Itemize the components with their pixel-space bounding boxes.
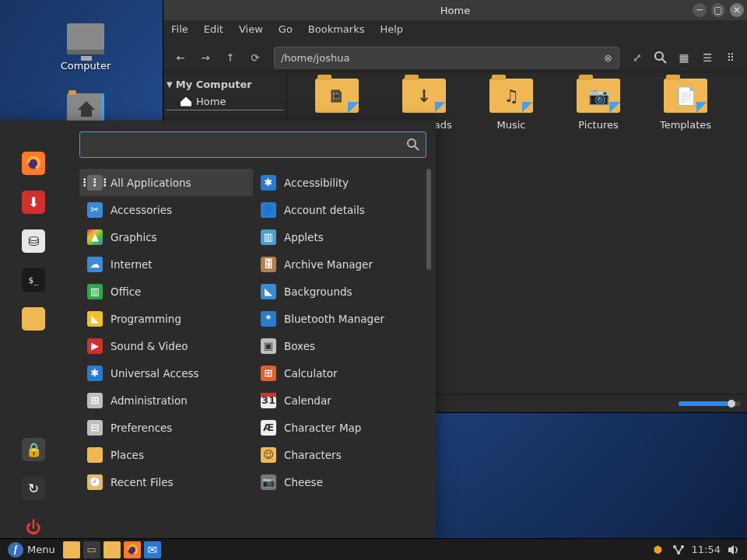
menu-file[interactable]: File (171, 23, 188, 40)
category-universal-access[interactable]: ✱Universal Access (79, 359, 253, 387)
system-tray: ⬢ 11:54 (648, 543, 744, 557)
home-folder-icon (67, 93, 104, 124)
app-icon: Æ (261, 420, 276, 436)
app-label: Calculator (284, 367, 338, 380)
app-icon: ⊞ (261, 366, 276, 381)
app-label: Backgrounds (284, 285, 352, 298)
menu-go[interactable]: Go (279, 23, 293, 40)
folder-icon: ↓ (402, 79, 446, 113)
folder-pictures[interactable]: 📷Pictures (555, 79, 642, 155)
app-characters[interactable]: ☺Characters (253, 441, 426, 468)
home-icon (181, 97, 191, 107)
category-icon: ▶ (87, 338, 103, 354)
app-backgrounds[interactable]: ◣Backgrounds (253, 278, 426, 305)
fav-transmission[interactable]: ⬇ (22, 191, 45, 214)
fav-disks[interactable]: ⛁ (22, 229, 45, 253)
app-archive-manager[interactable]: 🗄Archive Manager (253, 250, 426, 278)
category-label: Universal Access (110, 367, 199, 380)
nav-back-button[interactable]: ← (170, 47, 191, 68)
category-label: Accessories (110, 204, 172, 216)
app-applets[interactable]: ▥Applets (253, 223, 426, 250)
category-accessories[interactable]: ✂Accessories (79, 196, 253, 223)
search-button[interactable] (651, 47, 671, 68)
panel-task-firefox[interactable] (124, 541, 141, 558)
category-icon: ▥ (87, 284, 103, 299)
path-clear-icon[interactable]: ⊗ (604, 52, 612, 64)
fav-firefox[interactable] (22, 152, 45, 175)
category-places[interactable]: Places (79, 441, 253, 468)
fav-power[interactable]: ⏻ (22, 516, 45, 539)
menu-view[interactable]: View (239, 23, 263, 40)
app-calculator[interactable]: ⊞Calculator (253, 359, 426, 387)
start-menu-scrollbar[interactable] (426, 169, 431, 270)
category-internet[interactable]: ☁Internet (79, 250, 253, 278)
minimize-button[interactable]: ─ (693, 3, 707, 17)
icon-view-button[interactable]: ▦ (674, 47, 694, 68)
menu-bookmarks[interactable]: Bookmarks (308, 23, 365, 40)
fav-lock[interactable]: 🔒 (22, 438, 45, 461)
folder-label: Pictures (578, 119, 618, 131)
window-title: Home (440, 5, 470, 16)
app-boxes[interactable]: ▣Boxes (253, 332, 426, 359)
sidebar-item-home[interactable]: Home (167, 93, 283, 110)
folder-label: Music (497, 119, 526, 131)
tray-volume-icon[interactable] (727, 543, 741, 557)
category-administration[interactable]: ⊞Administration (79, 387, 253, 414)
panel-show-desktop[interactable]: ▭ (83, 541, 100, 558)
panel-task-mail[interactable]: ✉ (144, 541, 161, 558)
menu-edit[interactable]: Edit (204, 23, 223, 40)
folder-templates[interactable]: 📄Templates (642, 79, 729, 155)
fav-logout[interactable]: ↻ (22, 477, 45, 500)
computer-icon (67, 23, 104, 54)
sidebar-header-my-computer[interactable]: ▼ My Computer (167, 79, 283, 90)
nav-reload-button[interactable]: ⟳ (244, 47, 266, 68)
app-icon: ▣ (261, 338, 276, 354)
category-label: Places (110, 449, 144, 461)
tray-network-icon[interactable] (672, 543, 686, 557)
file-manager-toolbar: ← → ↑ ⟳ /home/joshua ⊗ ⤢ ▦ ☰ ⠿ (163, 44, 747, 72)
category-programming[interactable]: ◣Programming (79, 305, 253, 332)
fav-files[interactable] (22, 307, 45, 331)
app-character-map[interactable]: ÆCharacter Map (253, 414, 426, 441)
category-all-applications[interactable]: ⋮⋮⋮All Applications (79, 169, 253, 196)
nav-forward-button[interactable]: → (195, 47, 216, 68)
app-cheese[interactable]: 📷Cheese (253, 468, 426, 495)
panel-task-files[interactable] (63, 541, 80, 558)
app-accessibility[interactable]: ✱Accessibility (253, 169, 426, 196)
tray-update-icon[interactable]: ⬢ (651, 543, 665, 557)
start-menu-search[interactable] (79, 131, 426, 158)
compact-view-button[interactable]: ⠿ (721, 47, 741, 68)
app-icon: ✱ (261, 175, 276, 191)
category-icon (87, 447, 103, 463)
app-bluetooth-manager[interactable]: *Bluetooth Manager (253, 305, 426, 332)
panel-menu-button[interactable]: f Menu (3, 541, 60, 559)
category-icon: ◣ (87, 311, 103, 327)
panel-task-nemo[interactable] (103, 541, 121, 558)
fav-terminal[interactable]: $_ (22, 268, 45, 292)
close-button[interactable]: ✕ (730, 3, 744, 17)
list-view-button[interactable]: ☰ (697, 47, 717, 68)
start-menu: ⬇ ⛁ $_ 🔒 ↻ ⏻ ⋮⋮⋮All Applications✂Accesso… (0, 121, 436, 539)
category-office[interactable]: ▥Office (79, 278, 253, 305)
app-account-details[interactable]: 👤Account details (253, 196, 426, 223)
app-calendar[interactable]: 31Calendar (253, 387, 426, 414)
app-icon: 📷 (261, 474, 276, 490)
folder-music[interactable]: ♫Music (468, 79, 555, 155)
maximize-button[interactable]: ▢ (711, 3, 725, 17)
tray-clock[interactable]: 11:54 (692, 543, 721, 557)
desktop-icon-computer[interactable]: Computer (51, 23, 121, 72)
category-preferences[interactable]: ⊟Preferences (79, 414, 253, 441)
nav-up-button[interactable]: ↑ (219, 47, 241, 68)
zoom-slider[interactable] (679, 401, 741, 406)
app-icon: 👤 (261, 202, 276, 218)
toggle-location-button[interactable]: ⤢ (627, 47, 647, 68)
folder-label: Templates (660, 119, 711, 131)
app-label: Archive Manager (284, 258, 373, 271)
category-graphics[interactable]: ▲Graphics (79, 223, 253, 250)
menu-help[interactable]: Help (380, 23, 403, 40)
category-sound-video[interactable]: ▶Sound & Video (79, 332, 253, 359)
window-titlebar[interactable]: Home ─ ▢ ✕ (163, 0, 747, 20)
category-recent-files[interactable]: 🕘Recent Files (79, 468, 253, 495)
terminal-icon: $_ (28, 275, 38, 285)
path-bar[interactable]: /home/joshua ⊗ (274, 47, 619, 68)
